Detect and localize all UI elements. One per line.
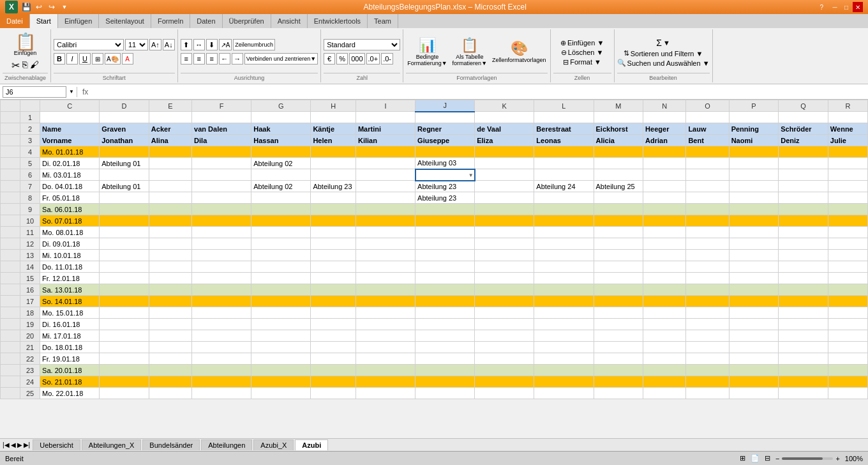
cell[interactable] [686, 261, 729, 273]
cell[interactable] [534, 376, 594, 388]
cell[interactable] [149, 238, 191, 250]
tab-ueberpruefen[interactable]: Überprüfen [223, 14, 271, 28]
cell[interactable] [475, 227, 534, 238]
tab-datei[interactable]: Datei [0, 14, 30, 28]
cell[interactable] [594, 319, 643, 330]
sheet-tab-azubi_x[interactable]: Azubi_X [253, 439, 294, 450]
cell[interactable] [828, 376, 867, 388]
cell[interactable] [475, 342, 534, 353]
cell[interactable]: ▼ [415, 169, 475, 181]
fill-color-button[interactable]: A🎨 [105, 53, 121, 65]
cell[interactable] [251, 215, 311, 227]
cell[interactable]: de Vaal [475, 123, 534, 135]
cell[interactable] [779, 296, 828, 307]
cell[interactable] [828, 250, 867, 261]
cell[interactable] [594, 158, 643, 169]
col-header-J[interactable]: J [415, 100, 475, 112]
cell[interactable] [643, 158, 686, 169]
sheet-tab-azubi[interactable]: Azubi [295, 439, 328, 450]
cell[interactable] [311, 307, 356, 319]
cell[interactable] [311, 330, 356, 342]
align-left-button[interactable]: ≡ [181, 53, 192, 65]
col-header-D[interactable]: D [100, 100, 149, 112]
cell[interactable] [729, 376, 779, 388]
cell[interactable] [643, 169, 686, 181]
cell[interactable] [149, 261, 191, 273]
cell[interactable] [643, 376, 686, 388]
cell[interactable] [415, 250, 475, 261]
sheet-first-button[interactable]: |◀ [3, 441, 10, 448]
cell[interactable] [828, 330, 867, 342]
cell[interactable] [643, 112, 686, 123]
cell[interactable]: Sa. 13.01.18 [40, 284, 100, 296]
redo-button[interactable]: ↪ [46, 1, 57, 13]
col-header-P[interactable]: P [729, 100, 779, 112]
cell[interactable] [643, 388, 686, 399]
cell[interactable] [100, 353, 149, 365]
cell[interactable] [100, 250, 149, 261]
cell[interactable] [686, 192, 729, 204]
cell[interactable] [100, 112, 149, 123]
cell[interactable] [828, 158, 867, 169]
cell[interactable] [534, 319, 594, 330]
cell[interactable] [355, 284, 415, 296]
cell[interactable] [643, 365, 686, 376]
cell[interactable] [729, 273, 779, 284]
col-header-M[interactable]: M [594, 100, 643, 112]
tab-ansicht[interactable]: Ansicht [271, 14, 308, 28]
cell[interactable] [779, 353, 828, 365]
cell[interactable] [594, 204, 643, 215]
cell[interactable]: Schröder [779, 123, 828, 135]
cell[interactable]: So. 14.01.18 [40, 296, 100, 307]
cell[interactable] [686, 158, 729, 169]
name-box-dropdown[interactable]: ▼ [69, 89, 74, 95]
cell[interactable] [779, 261, 828, 273]
cell[interactable] [534, 169, 594, 181]
cell[interactable] [311, 296, 356, 307]
cell[interactable] [594, 227, 643, 238]
cell[interactable]: Julie [828, 135, 867, 146]
cell[interactable] [355, 238, 415, 250]
tab-team[interactable]: Team [368, 14, 398, 28]
cell[interactable] [475, 204, 534, 215]
cell[interactable] [828, 192, 867, 204]
decrease-font-button[interactable]: A↓ [163, 39, 175, 50]
cell[interactable] [779, 112, 828, 123]
cell[interactable] [779, 238, 828, 250]
cell[interactable] [149, 169, 191, 181]
cell[interactable] [686, 238, 729, 250]
cell[interactable] [828, 204, 867, 215]
cell[interactable] [729, 146, 779, 158]
name-box[interactable]: J6 [3, 86, 66, 98]
cell[interactable] [100, 296, 149, 307]
cell[interactable] [149, 284, 191, 296]
cell[interactable] [100, 204, 149, 215]
cell[interactable] [686, 376, 729, 388]
view-layout-button[interactable]: 📄 [751, 454, 760, 462]
cell[interactable] [686, 204, 729, 215]
cell[interactable] [355, 319, 415, 330]
border-button[interactable]: ⊞ [92, 53, 103, 65]
cell[interactable] [534, 296, 594, 307]
cell[interactable] [475, 215, 534, 227]
cell[interactable] [192, 192, 251, 204]
cell[interactable]: Do. 04.01.18 [40, 181, 100, 192]
zoom-increase-button[interactable]: + [835, 455, 839, 462]
increase-font-button[interactable]: A↑ [149, 39, 161, 50]
cell[interactable]: So. 07.01.18 [40, 215, 100, 227]
cell[interactable] [251, 273, 311, 284]
cell[interactable] [594, 112, 643, 123]
cell[interactable]: Haak [251, 123, 311, 135]
cell[interactable] [686, 227, 729, 238]
zeilenumbruch-button[interactable]: Zeilenumbruch [233, 39, 275, 50]
cell[interactable] [729, 181, 779, 192]
cell[interactable] [686, 273, 729, 284]
sortieren-button[interactable]: ⇅ Sortieren und Filtern ▼ [624, 49, 703, 57]
cell[interactable] [355, 169, 415, 181]
cell[interactable] [534, 250, 594, 261]
cell[interactable] [643, 353, 686, 365]
maximize-button[interactable]: □ [841, 2, 851, 12]
format-button[interactable]: ⊟ Format ▼ [563, 58, 601, 66]
cell[interactable] [594, 284, 643, 296]
cell[interactable] [251, 261, 311, 273]
